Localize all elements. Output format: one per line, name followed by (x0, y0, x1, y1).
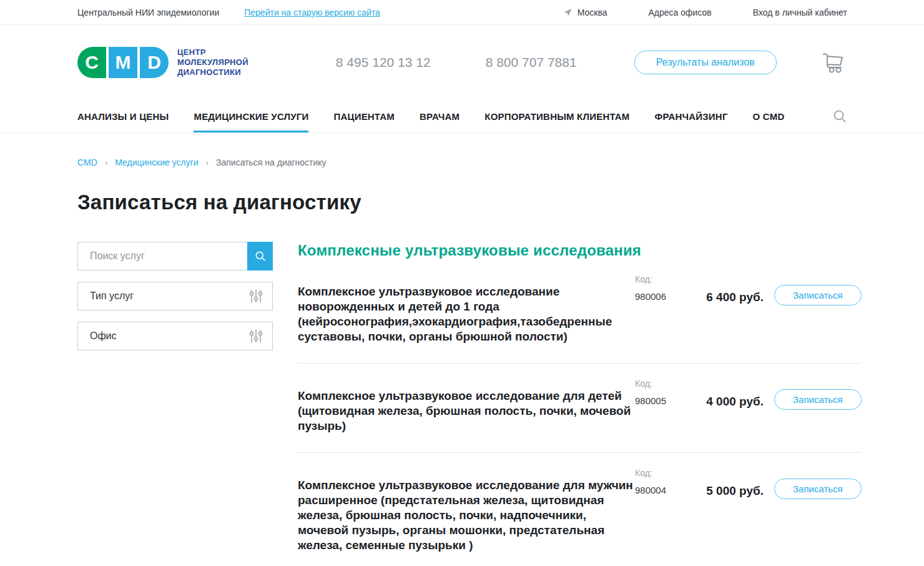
service-price: 6 400 руб. (684, 290, 764, 304)
sliders-icon (249, 329, 263, 344)
breadcrumb: CMD › Медицинские услуги › Записаться на… (77, 157, 847, 167)
cart-button[interactable] (822, 52, 847, 73)
phone-moscow[interactable]: 8 495 120 13 12 (336, 55, 431, 70)
city-selector[interactable]: Москва (563, 7, 607, 17)
service-code-label: Код: (635, 468, 684, 478)
main-nav: АНАЛИЗЫ И ЦЕНЫ МЕДИЦИНСКИЕ УСЛУГИ ПАЦИЕН… (0, 100, 924, 133)
breadcrumb-home[interactable]: CMD (77, 157, 97, 167)
nav-item-patients[interactable]: ПАЦИЕНТАМ (333, 100, 395, 132)
service-title: Комплексное ультразвуковое исследование … (298, 284, 635, 344)
nav-item-analyses[interactable]: АНАЛИЗЫ И ЦЕНЫ (77, 100, 169, 132)
old-version-link[interactable]: Перейти на старую версию сайта (244, 7, 380, 17)
sliders-icon (249, 289, 263, 304)
filter-office[interactable]: Офис (77, 322, 273, 350)
service-row: Комплексное ультразвуковое исследование … (298, 259, 862, 363)
service-row: Комплексное ультразвуковое исследование … (298, 452, 862, 566)
org-name: Центральный НИИ эпидемиологии (77, 7, 219, 17)
book-button[interactable]: Записаться (774, 389, 862, 410)
service-code: 980004 (635, 485, 684, 495)
nav-search-button[interactable] (832, 109, 847, 124)
logo-subtitle-line1: ЦЕНТР (177, 47, 248, 57)
city-label: Москва (578, 7, 607, 17)
logo-subtitle-line3: ДИАГНОСТИКИ (177, 67, 248, 77)
service-row: Комплексное ультразвуковое исследование … (298, 363, 862, 452)
service-title: Комплексное ультразвуковое исследование … (298, 389, 635, 434)
nav-item-franchise[interactable]: ФРАНЧАЙЗИНГ (655, 100, 728, 132)
top-bar: Центральный НИИ эпидемиологии Перейти на… (0, 0, 924, 25)
service-search-box (77, 242, 273, 271)
book-button[interactable]: Записаться (774, 479, 862, 499)
service-title: Комплексное ультразвуковое исследование … (298, 478, 635, 553)
section-title: Комплексные ультразвуковые исследования (298, 242, 862, 259)
logo-tile-c: C (77, 47, 106, 78)
book-button[interactable]: Записаться (774, 285, 862, 305)
logo-subtitle-line2: МОЛЕКУЛЯРНОЙ (177, 57, 248, 67)
search-icon (254, 250, 267, 262)
header: C M D ЦЕНТР МОЛЕКУЛЯРНОЙ ДИАГНОСТИКИ 8 4… (0, 25, 924, 100)
results-button[interactable]: Результаты анализов (634, 51, 777, 74)
search-icon (832, 109, 847, 124)
breadcrumb-separator: › (105, 158, 107, 167)
logo-tile-d: D (140, 47, 169, 78)
cmd-logo-tiles: C M D (77, 47, 169, 78)
phone-federal[interactable]: 8 800 707 7881 (486, 55, 577, 70)
service-price: 5 000 руб. (684, 484, 764, 498)
nav-item-corporate[interactable]: КОРПОРАТИВНЫМ КЛИЕНТАМ (484, 100, 629, 132)
filters-sidebar: Тип услуг Офис (77, 242, 273, 566)
filter-service-type-label: Тип услуг (90, 290, 134, 302)
breadcrumb-separator: › (206, 158, 209, 167)
service-search-button[interactable] (247, 242, 273, 271)
cart-icon (822, 52, 847, 73)
logo-tile-m: M (109, 47, 137, 78)
nav-item-doctors[interactable]: ВРАЧАМ (420, 100, 460, 132)
nav-item-about[interactable]: О CMD (753, 100, 785, 132)
login-link[interactable]: Вход в личный кабинет (753, 7, 847, 17)
cmd-logo[interactable]: C M D ЦЕНТР МОЛЕКУЛЯРНОЙ ДИАГНОСТИКИ (77, 47, 248, 78)
page-title: Записаться на диагностику (77, 191, 847, 214)
service-code-label: Код: (635, 379, 684, 389)
breadcrumb-section[interactable]: Медицинские услуги (115, 157, 198, 167)
filter-office-label: Офис (90, 330, 117, 342)
service-search-input[interactable] (78, 242, 247, 270)
filter-service-type[interactable]: Тип услуг (77, 282, 273, 310)
breadcrumb-current: Записаться на диагностику (216, 157, 327, 167)
nav-item-medical-services[interactable]: МЕДИЦИНСКИЕ УСЛУГИ (194, 100, 308, 132)
location-arrow-icon (563, 7, 573, 17)
service-price: 4 000 руб. (684, 395, 764, 409)
service-code-label: Код: (635, 274, 684, 284)
service-code: 980006 (635, 291, 684, 302)
services-list: Комплексные ультразвуковые исследования … (298, 242, 862, 566)
logo-subtitle: ЦЕНТР МОЛЕКУЛЯРНОЙ ДИАГНОСТИКИ (177, 47, 248, 77)
service-code: 980005 (635, 395, 684, 406)
offices-link[interactable]: Адреса офисов (649, 7, 712, 17)
